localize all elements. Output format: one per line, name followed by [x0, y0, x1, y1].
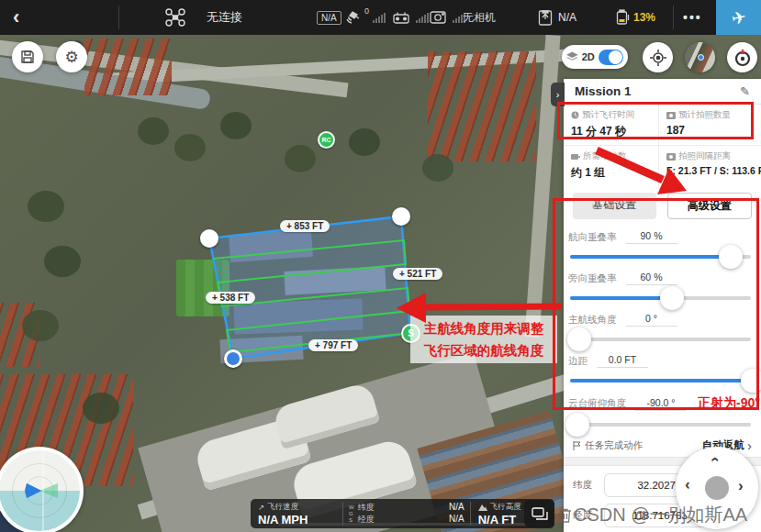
lat-label: 纬度: [358, 502, 375, 514]
checklist-icon[interactable]: [538, 0, 554, 35]
panel-collapse-handle[interactable]: ›: [551, 83, 565, 106]
lat-value: N/A: [449, 502, 464, 514]
airplane-icon: ✈: [729, 6, 747, 29]
save-mission-button[interactable]: [12, 41, 43, 72]
stat-photo-interval: 拍照间隔距离 F: 21.3 FT / S: 113.6 FT: [659, 146, 761, 186]
edge-length-label: + 521 FT: [393, 268, 442, 280]
edge-length-label: + 797 FT: [308, 339, 358, 351]
settings-tabs: 基础设置 高级设置: [564, 186, 761, 227]
gimbal-annotation: 正射为-90°: [698, 395, 760, 412]
trash-icon: [559, 508, 572, 523]
minimap-button[interactable]: [685, 42, 715, 72]
polygon-vertex-selected[interactable]: [224, 349, 242, 368]
telemetry-bar: ↗飞行速度 N/A MPH WGS 纬度N/A 经度N/A 飞行高度 N/A F…: [251, 499, 554, 528]
polygon-vertex[interactable]: [200, 229, 218, 248]
clock-icon: [571, 111, 579, 119]
setting-front-overlap: 航向重叠率 90 %: [564, 227, 761, 269]
map-buildings-campus: [233, 299, 363, 335]
battery-icon: [616, 0, 630, 35]
compass-button[interactable]: [727, 42, 757, 72]
minimap-position-dot: [698, 54, 704, 61]
checklist-value: N/A: [558, 0, 576, 35]
altitude-label: 飞行高度: [490, 502, 521, 513]
chevron-right-icon: ›: [747, 438, 752, 453]
margin-value[interactable]: 0.0 FT: [597, 354, 648, 368]
rc-location-marker[interactable]: RC: [318, 131, 335, 149]
mission-stats: 预计飞行时间 11 分 47 秒 预计拍照数量 187 所需电池数 约 1 组 …: [564, 105, 761, 186]
lng-value: N/A: [449, 514, 464, 526]
speed-value: N/A MPH: [258, 513, 335, 526]
stat-batteries: 所需电池数 约 1 组: [564, 146, 659, 186]
setting-side-overlap: 旁向重叠率 60 %: [564, 269, 761, 310]
wgs-label: WGS: [349, 499, 354, 528]
gimbal-pitch-value[interactable]: -90.0 °: [635, 397, 687, 411]
tab-basic-settings[interactable]: 基础设置: [573, 193, 656, 219]
advanced-settings: 航向重叠率 90 % 旁向重叠率 60 % 主航线角度: [564, 227, 761, 434]
camera-icon: [666, 153, 676, 161]
save-icon: [20, 50, 35, 64]
nudge-right-icon[interactable]: ›: [738, 477, 744, 495]
gps-cell: WGS 纬度N/A 经度N/A: [343, 499, 470, 528]
compass-icon: [733, 48, 753, 68]
route-angle-slider[interactable]: [568, 327, 753, 351]
edit-mission-icon[interactable]: ✎: [740, 84, 750, 98]
gimbal-pitch-slider[interactable]: [568, 413, 753, 437]
route-angle-value[interactable]: 0 °: [626, 313, 677, 327]
slider-knob[interactable]: [741, 369, 761, 393]
slider-knob[interactable]: [567, 327, 591, 351]
slider-knob[interactable]: [660, 286, 684, 310]
polygon-vertex[interactable]: [392, 207, 410, 226]
setting-margin: 边距 0.0 FT: [564, 351, 761, 393]
map-trees: [28, 191, 64, 222]
gear-icon: ⚙: [64, 48, 78, 67]
rc-signal-bars: [416, 13, 429, 23]
route-angle-annotation: 主航线角度用来调整 飞行区域的航线角度: [410, 316, 557, 363]
gps-signal-bars: [373, 13, 386, 23]
screenshot-button[interactable]: [524, 500, 554, 527]
setting-route-angle: 主航线角度 0 °: [564, 310, 761, 351]
edge-length-label: + 538 FT: [206, 292, 255, 304]
battery-icon: [571, 153, 580, 161]
drone-icon: [165, 0, 185, 35]
map-mode-toggle[interactable]: 2D: [562, 45, 628, 69]
map-2d-switch[interactable]: [599, 50, 623, 65]
map-buildings-red: [428, 51, 536, 161]
more-menu-button[interactable]: •••: [683, 0, 702, 35]
mission-title: Mission 1: [575, 84, 632, 98]
connection-status: 无连接: [207, 0, 242, 35]
front-overlap-value[interactable]: 90 %: [626, 230, 677, 244]
slider-knob[interactable]: [719, 245, 743, 269]
map-mode-label: 2D: [582, 51, 595, 62]
speed-label: 飞行速度: [267, 502, 298, 513]
battery-percent: 13%: [633, 0, 655, 35]
camera-status: 无相机: [463, 0, 496, 35]
side-overlap-value[interactable]: 60 %: [626, 272, 677, 285]
nudge-left-icon[interactable]: ›: [685, 477, 690, 495]
photo-layers-icon: [532, 507, 548, 521]
rc-icon: [393, 0, 409, 35]
altitude-icon: [478, 504, 487, 511]
tab-advanced-settings[interactable]: 高级设置: [667, 193, 753, 219]
map-buildings-red: [0, 303, 39, 367]
front-overlap-slider[interactable]: [568, 245, 753, 269]
watermark: CSDN @一别如斯AA: [559, 503, 747, 527]
camera-icon: [666, 112, 676, 119]
nudge-up-icon[interactable]: ›: [705, 457, 723, 462]
mission-settings-button[interactable]: ⚙: [56, 41, 87, 72]
locate-button[interactable]: [643, 42, 673, 72]
latitude-label: 纬度: [573, 479, 597, 492]
takeoff-button[interactable]: ✈: [716, 0, 761, 35]
slider-knob[interactable]: [565, 413, 589, 437]
map-field: [176, 260, 229, 316]
camera-link-icon: [430, 0, 446, 35]
back-button[interactable]: ‹: [13, 0, 19, 35]
stat-photo-count: 预计拍照数量 187: [659, 105, 761, 146]
gps-icon: [345, 0, 361, 35]
locate-icon: [650, 50, 666, 66]
stat-flight-time: 预计飞行时间 11 分 47 秒: [564, 105, 659, 146]
flag-icon: [573, 441, 581, 450]
margin-slider[interactable]: [568, 369, 753, 393]
side-overlap-slider[interactable]: [568, 286, 753, 310]
top-status-bar: ‹ 无连接 N/A 0 无相机 N/A 13% ••• ✈: [0, 0, 761, 35]
nudge-center[interactable]: [705, 476, 729, 500]
